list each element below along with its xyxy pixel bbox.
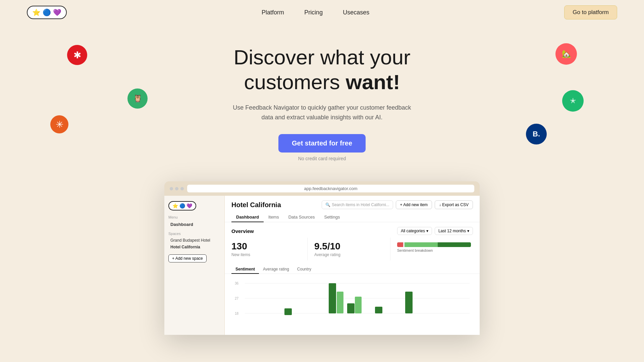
svg-rect-11 — [375, 307, 382, 313]
sentiment-chart: 36 27 18 — [231, 277, 473, 330]
chart-tab-sentiment[interactable]: Sentiment — [231, 265, 259, 274]
main-header: Hotel California 🔍 Search items in Hotel… — [225, 196, 480, 209]
nav-links: Platform Pricing Usecases — [262, 9, 369, 16]
sidebar-logo-heart: 💜 — [186, 203, 192, 208]
booking-icon: B. — [526, 124, 547, 144]
avg-rating-label: Average rating — [314, 252, 390, 257]
nav-usecases-link[interactable]: Usecases — [343, 9, 369, 16]
sidebar-space-grand-budapest[interactable]: Grand Budapest Hotel — [168, 237, 220, 244]
svg-rect-9 — [347, 303, 355, 313]
sidebar-item-dashboard[interactable]: Dashboard — [168, 221, 220, 228]
sentiment-bar — [397, 242, 471, 247]
browser-dots — [170, 187, 184, 190]
export-csv-button[interactable]: ↓ Export as CSV — [435, 200, 473, 209]
chart-tabs: Sentiment Average rating Country — [225, 265, 480, 274]
chevron-down-icon: ▾ — [426, 229, 428, 233]
chart-tab-avg-rating[interactable]: Average rating — [259, 265, 293, 274]
airbnb-icon: 🏡 — [555, 43, 577, 65]
tab-dashboard[interactable]: Dashboard — [231, 213, 264, 222]
sentiment-label: Sentiment breakdown — [397, 248, 473, 252]
sentiment-positive-light — [405, 242, 438, 247]
logo[interactable]: ⭐ 🔵 💜 — [27, 6, 67, 19]
avg-rating-value: 9.5/10 — [314, 241, 390, 252]
yelp-icon: ✱ — [67, 45, 87, 65]
chart-area: 36 27 18 — [225, 277, 480, 335]
dot-green — [180, 187, 184, 190]
app-preview: app.feedbacknavigator.com ⭐ 🔵 💜 Menu Das… — [0, 175, 644, 335]
tab-items[interactable]: Items — [264, 213, 284, 222]
new-items-label: New items — [231, 252, 307, 257]
add-new-space-button[interactable]: + Add new space — [168, 254, 207, 262]
go-to-platform-button[interactable]: Go to platform — [564, 5, 617, 19]
browser-url-bar[interactable]: app.feedbacknavigator.com — [187, 185, 474, 192]
chevron-down-icon-2: ▾ — [467, 229, 469, 233]
main-tabs: Dashboard Items Data Sources Settings — [225, 209, 480, 222]
tab-settings[interactable]: Settings — [319, 213, 344, 222]
sidebar-spaces-label: Spaces — [168, 232, 220, 236]
svg-rect-10 — [355, 297, 362, 313]
nav-pricing-link[interactable]: Pricing — [304, 9, 323, 16]
logo-heart-icon: 💜 — [53, 8, 61, 16]
search-placeholder: Search items in Hotel Californi... — [332, 202, 389, 207]
get-started-button[interactable]: Get started for free — [278, 134, 366, 153]
sentiment-positive-dark — [438, 242, 471, 247]
asterisk-icon: ✳ — [50, 115, 68, 133]
categories-filter[interactable]: All categories ▾ — [397, 227, 432, 235]
sidebar-logo-star: ⭐ — [172, 203, 178, 208]
browser-window: app.feedbacknavigator.com ⭐ 🔵 💜 Menu Das… — [164, 181, 480, 335]
no-credit-card-note: No credit card required — [7, 156, 637, 161]
overview-header: Overview All categories ▾ Last 12 months… — [225, 222, 480, 238]
hero-headline: Discover what your customers want! — [7, 45, 637, 95]
logo-star-icon: ⭐ — [32, 8, 41, 16]
nav-platform-link[interactable]: Platform — [262, 9, 284, 16]
new-items-stat: 130 New items — [231, 238, 307, 260]
chart-tab-country[interactable]: Country — [293, 265, 315, 274]
dot-red — [170, 187, 173, 190]
sentiment-bar-container: Sentiment breakdown — [397, 241, 473, 254]
sidebar-logo-circle: 🔵 — [179, 203, 185, 208]
svg-rect-6 — [284, 308, 292, 315]
app-inner: ⭐ 🔵 💜 Menu Dashboard Spaces Grand Budape… — [164, 196, 480, 335]
stats-row: 130 New items 9.5/10 Average rating — [225, 238, 480, 265]
sidebar: ⭐ 🔵 💜 Menu Dashboard Spaces Grand Budape… — [164, 196, 225, 335]
svg-rect-12 — [405, 292, 413, 313]
svg-text:36: 36 — [235, 282, 239, 285]
main-actions: 🔍 Search items in Hotel Californi... + A… — [322, 200, 473, 209]
new-items-count: 130 — [231, 241, 307, 252]
hotel-title: Hotel California — [231, 201, 281, 209]
svg-text:18: 18 — [235, 312, 239, 315]
sidebar-logo[interactable]: ⭐ 🔵 💜 — [168, 201, 196, 210]
tab-data-sources[interactable]: Data Sources — [284, 213, 320, 222]
browser-bar: app.feedbacknavigator.com — [164, 181, 480, 196]
avg-rating-stat: 9.5/10 Average rating — [307, 238, 390, 260]
svg-text:27: 27 — [235, 297, 239, 300]
sidebar-menu-label: Menu — [168, 215, 220, 219]
logo-circle-icon: 🔵 — [43, 8, 51, 16]
macrostar-icon: ✭ — [562, 90, 584, 112]
navbar: ⭐ 🔵 💜 Platform Pricing Usecases Go to pl… — [0, 0, 644, 25]
tripadvisor-icon: 🦉 — [127, 88, 148, 109]
search-bar[interactable]: 🔍 Search items in Hotel Californi... — [322, 200, 393, 209]
dot-yellow — [175, 187, 178, 190]
hero-section: ✱ 🏡 🦉 ✭ ✳ B. Discover what your customer… — [0, 25, 644, 175]
svg-rect-7 — [329, 283, 336, 313]
main-content: Hotel California 🔍 Search items in Hotel… — [225, 196, 480, 335]
search-icon: 🔍 — [325, 202, 330, 207]
sentiment-stat: Sentiment breakdown — [390, 238, 473, 260]
svg-rect-8 — [337, 292, 343, 313]
add-new-item-button[interactable]: + Add new item — [396, 200, 432, 209]
period-filter[interactable]: Last 12 months ▾ — [435, 227, 473, 235]
sidebar-space-hotel-california[interactable]: Hotel California — [168, 244, 220, 250]
sentiment-negative — [397, 242, 403, 247]
filter-controls: All categories ▾ Last 12 months ▾ — [397, 227, 473, 235]
overview-title: Overview — [231, 228, 254, 234]
hero-subtitle: Use Feedback Navigator to quickly gather… — [228, 103, 416, 122]
